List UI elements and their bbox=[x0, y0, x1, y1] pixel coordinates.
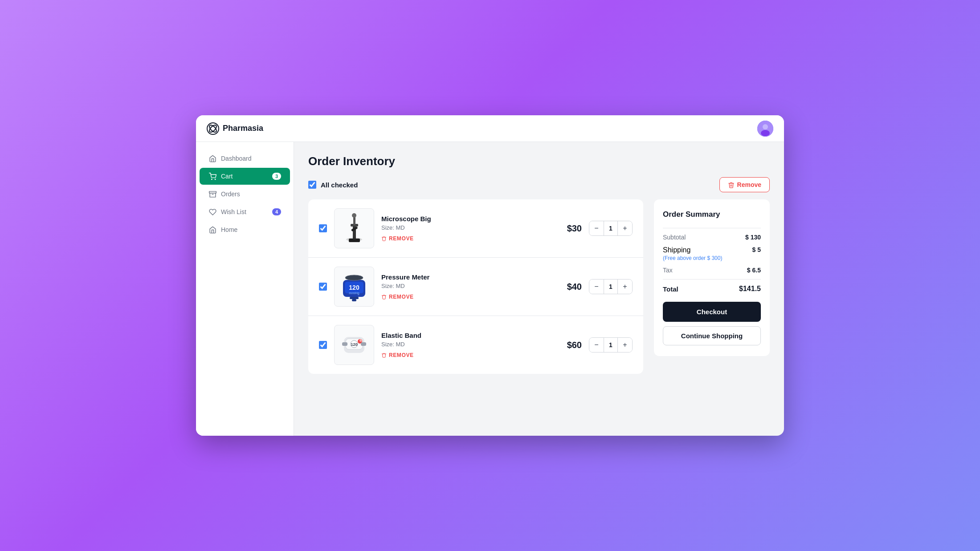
user-avatar[interactable] bbox=[757, 121, 773, 137]
item-remove-1[interactable]: REMOVE bbox=[381, 235, 548, 242]
checkout-button[interactable]: Checkout bbox=[663, 302, 761, 322]
svg-point-23 bbox=[345, 275, 363, 280]
sidebar-label-dashboard: Dashboard bbox=[221, 155, 252, 162]
svg-rect-22 bbox=[352, 299, 356, 301]
item-price-3: $60 bbox=[555, 340, 582, 350]
qty-decrease-1[interactable]: − bbox=[589, 221, 604, 235]
cart-icon bbox=[208, 172, 216, 180]
item-checkbox-1[interactable] bbox=[319, 224, 327, 232]
sidebar: Dashboard Cart 3 bbox=[196, 142, 294, 436]
sidebar-item-home[interactable]: Home bbox=[200, 221, 290, 238]
total-value: $141.5 bbox=[739, 285, 761, 293]
item-image-2: 120 mmHg bbox=[334, 267, 374, 307]
top-bar: Pharmasia bbox=[196, 115, 784, 142]
svg-rect-31 bbox=[361, 342, 366, 346]
home2-icon bbox=[208, 226, 216, 234]
summary-total-row: Total $141.5 bbox=[663, 285, 761, 293]
pharmasia-logo-icon bbox=[207, 122, 219, 135]
svg-text:120: 120 bbox=[349, 284, 359, 291]
elastic-band-svg: 120 bbox=[339, 329, 370, 361]
continue-shopping-button[interactable]: Continue Shopping bbox=[663, 326, 761, 345]
sidebar-item-dashboard[interactable]: Dashboard bbox=[200, 150, 290, 167]
shipping-value: $ 5 bbox=[752, 246, 761, 253]
wishlist-badge: 4 bbox=[272, 208, 281, 215]
qty-decrease-3[interactable]: − bbox=[589, 338, 604, 352]
item-name-3: Elastic Band bbox=[381, 332, 548, 339]
qty-increase-1[interactable]: + bbox=[618, 221, 632, 235]
summary-divider-1 bbox=[663, 228, 761, 228]
item-remove-3[interactable]: REMOVE bbox=[381, 352, 548, 358]
app-window: Pharmasia Dashboard bbox=[196, 115, 784, 436]
cart-badge: 3 bbox=[272, 173, 281, 180]
svg-text:mmHg: mmHg bbox=[349, 291, 359, 295]
qty-control-1: − 1 + bbox=[589, 221, 633, 236]
sidebar-item-cart[interactable]: Cart 3 bbox=[200, 168, 290, 185]
item-checkbox-2[interactable] bbox=[319, 283, 327, 291]
logo-area: Pharmasia bbox=[207, 122, 263, 135]
item-details-2: Pressure Meter Size: MD REMOVE bbox=[381, 273, 548, 300]
svg-text:120: 120 bbox=[351, 342, 357, 347]
summary-tax-row: Tax $ 6.5 bbox=[663, 267, 761, 274]
item-checkbox-3[interactable] bbox=[319, 341, 327, 349]
qty-increase-2[interactable]: + bbox=[618, 280, 632, 294]
summary-subtotal-row: Subtotal $ 130 bbox=[663, 234, 761, 241]
table-row: 120 Elastic Band Size: MD bbox=[308, 316, 643, 374]
order-summary: Order Summary Subtotal $ 130 Shipping (F… bbox=[654, 199, 770, 356]
summary-title: Order Summary bbox=[663, 210, 761, 219]
microscope-svg bbox=[340, 212, 369, 245]
table-row: 120 mmHg Pressure Meter Size: MD bbox=[308, 258, 643, 316]
shipping-label: Shipping bbox=[663, 246, 722, 254]
item-image-1 bbox=[334, 208, 374, 248]
select-all-checkbox[interactable] bbox=[308, 181, 316, 189]
table-row: Microscope Big Size: MD REMOVE bbox=[308, 199, 643, 258]
sidebar-item-wishlist[interactable]: Wish List 4 bbox=[200, 203, 290, 220]
svg-point-5 bbox=[761, 130, 770, 136]
svg-rect-21 bbox=[350, 297, 359, 299]
svg-point-0 bbox=[207, 123, 219, 134]
main-layout: Dashboard Cart 3 bbox=[196, 142, 784, 436]
pressure-meter-svg: 120 mmHg bbox=[339, 271, 370, 302]
all-checked-label: All checked bbox=[321, 181, 358, 189]
svg-rect-8 bbox=[209, 191, 216, 193]
sidebar-item-orders[interactable]: Orders bbox=[200, 186, 290, 203]
toolbar: All checked Remove bbox=[308, 177, 770, 192]
qty-decrease-2[interactable]: − bbox=[589, 280, 604, 294]
trash-small-icon-3 bbox=[381, 352, 387, 358]
qty-value-1: 1 bbox=[604, 221, 618, 235]
svg-rect-30 bbox=[342, 342, 347, 346]
box-icon bbox=[208, 190, 216, 198]
item-size-1: Size: MD bbox=[381, 224, 548, 231]
page-title: Order Inventory bbox=[308, 154, 770, 168]
heart-icon bbox=[208, 208, 216, 216]
home-icon bbox=[208, 154, 216, 162]
cart-items-list: Microscope Big Size: MD REMOVE bbox=[308, 199, 643, 374]
remove-button-label: Remove bbox=[737, 181, 761, 188]
item-name-2: Pressure Meter bbox=[381, 273, 548, 281]
remove-button[interactable]: Remove bbox=[719, 177, 770, 192]
item-remove-2[interactable]: REMOVE bbox=[381, 294, 548, 300]
sidebar-label-home: Home bbox=[221, 226, 237, 233]
sidebar-label-cart: Cart bbox=[221, 173, 233, 180]
item-size-2: Size: MD bbox=[381, 283, 548, 289]
svg-point-16 bbox=[346, 238, 362, 241]
summary-shipping-row: Shipping (Free above order $ 300) $ 5 bbox=[663, 246, 761, 261]
content-area: Order Inventory All checked Remove bbox=[294, 142, 784, 436]
sidebar-label-orders: Orders bbox=[221, 190, 240, 198]
tax-label: Tax bbox=[663, 267, 673, 274]
qty-control-3: − 1 + bbox=[589, 337, 633, 352]
svg-point-4 bbox=[763, 124, 768, 130]
shipping-free-note: (Free above order $ 300) bbox=[663, 255, 722, 261]
svg-point-29 bbox=[359, 339, 362, 342]
svg-point-14 bbox=[352, 213, 356, 218]
trash-icon bbox=[728, 182, 735, 188]
svg-point-6 bbox=[211, 179, 212, 179]
total-label: Total bbox=[663, 285, 678, 293]
item-size-3: Size: MD bbox=[381, 341, 548, 348]
item-details-3: Elastic Band Size: MD REMOVE bbox=[381, 332, 548, 358]
svg-point-7 bbox=[215, 179, 215, 179]
qty-value-2: 1 bbox=[604, 280, 618, 294]
qty-increase-3[interactable]: + bbox=[618, 338, 632, 352]
cart-and-summary: Microscope Big Size: MD REMOVE bbox=[308, 199, 770, 374]
item-image-3: 120 bbox=[334, 325, 374, 365]
qty-value-3: 1 bbox=[604, 338, 618, 352]
